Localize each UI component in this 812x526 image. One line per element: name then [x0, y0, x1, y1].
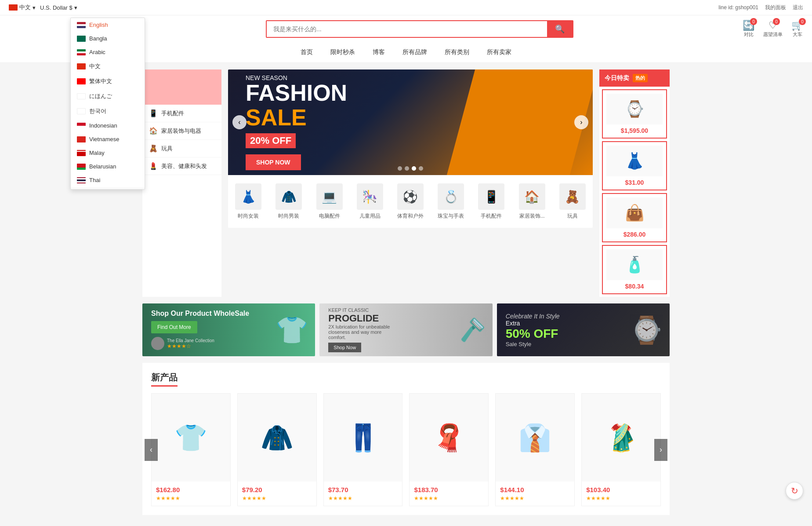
lang-option-japanese[interactable]: にほんご: [71, 89, 145, 104]
banner-off: 20% OFF: [246, 133, 296, 148]
mobile-icon: 📱: [149, 109, 158, 117]
products-prev-button[interactable]: ‹: [145, 439, 158, 461]
sidebar-item-beauty[interactable]: 💄 美容、健康和头发: [142, 157, 221, 175]
category-men-fashion[interactable]: 🧥 时尚男装: [271, 180, 306, 223]
kids-icon: 🎠: [357, 183, 383, 210]
nav-flash-sale[interactable]: 限时秒杀: [330, 47, 355, 58]
product-card-3[interactable]: 🧣 $183.70 ★★★★★: [409, 393, 489, 506]
lang-option-thai[interactable]: Thai: [71, 173, 145, 187]
home-decor-label: 家居装饰...: [519, 212, 545, 220]
cart-badge: 0: [799, 18, 806, 25]
lang-option-english[interactable]: English: [71, 18, 145, 32]
nav-all-sellers[interactable]: 所有卖家: [487, 47, 511, 58]
lang-label-trad-chinese: 繁体中文: [89, 77, 112, 85]
promo-proglide-title2: PROGLIDE: [328, 313, 399, 324]
product-card-2[interactable]: 👖 $73.70 ★★★★★: [323, 393, 403, 506]
deal-item-3[interactable]: 🧴 $80.34: [602, 245, 667, 294]
toys-icon: 🧸: [149, 144, 158, 153]
category-sports[interactable]: ⚽ 体育和户外: [393, 180, 428, 223]
banner-dot-1[interactable]: [398, 166, 402, 171]
nav-all-brands[interactable]: 所有品牌: [402, 47, 427, 58]
category-toys[interactable]: 🧸 玩具: [555, 180, 590, 223]
proglide-image: 🪒: [459, 317, 486, 343]
promo-celebrate-sub: Sale Style: [506, 341, 560, 347]
float-button[interactable]: ↻: [786, 482, 803, 500]
deal-price-1: $31.00: [625, 179, 644, 186]
proglide-shop-now-button[interactable]: Shop Now: [328, 343, 361, 352]
sidebar-item-toys[interactable]: 🧸 玩具: [142, 140, 221, 157]
product-img-2: 👖: [324, 394, 402, 482]
promo-banner-proglide[interactable]: KEEP IT CLASSIC PROGLIDE 2X lubrication …: [319, 303, 492, 356]
lang-option-indonesian[interactable]: Indonesian: [71, 119, 145, 132]
promo-banner-celebrate[interactable]: Celebrate It In Style Extra 50% OFF Sale…: [497, 303, 670, 356]
promo-section: Shop Our Product WholeSale Find Out More…: [142, 303, 670, 356]
banner-prev-button[interactable]: ‹: [232, 115, 246, 129]
deal-item-2[interactable]: 👜 $286.00: [602, 193, 667, 242]
banner-dot-2[interactable]: [405, 166, 409, 171]
promo-banner-wholesale[interactable]: Shop Our Product WholeSale Find Out More…: [142, 303, 315, 356]
banner-shape1: [446, 69, 593, 175]
category-jewelry[interactable]: 💍 珠宝与手表: [433, 180, 468, 223]
compare-label: 对比: [744, 31, 754, 38]
banner-dot-4[interactable]: [419, 166, 423, 171]
lang-label-arabic: Arabic: [89, 49, 105, 55]
lang-option-chinese[interactable]: 中文: [71, 59, 145, 74]
product-card-0[interactable]: 👕 $162.80 ★★★★★: [151, 393, 231, 506]
category-kids[interactable]: 🎠 儿童用品: [352, 180, 388, 223]
products-next-button[interactable]: ›: [654, 439, 667, 461]
product-card-4[interactable]: 👔 $144.10 ★★★★★: [495, 393, 575, 506]
sidebar-item-mobile[interactable]: 📱 手机配件: [142, 105, 221, 122]
category-women-fashion[interactable]: 👗 时尚女装: [231, 180, 266, 223]
promo-wholesale-sub: The Ella Jane Collection: [167, 338, 214, 343]
banner-text: NEW SEASON FASHION SALE 20% OFF SHOP NOW: [246, 74, 347, 170]
lang-option-korean[interactable]: 한국어: [71, 104, 145, 119]
cart-icon-button[interactable]: 🛒 0 大车: [791, 20, 803, 38]
my-panel-link[interactable]: 我的面板: [765, 4, 786, 11]
sidebar-label-home: 家居装饰与电器: [161, 127, 201, 135]
deal-item-0[interactable]: ⌚ $1,595.00: [602, 89, 667, 139]
toys-cat-icon: 🧸: [559, 183, 586, 210]
compare-icon-button[interactable]: 🔄 0 对比: [743, 20, 754, 38]
logout-link[interactable]: 退出: [793, 4, 803, 11]
deal-img-2: 👜: [606, 197, 663, 228]
promo-wholesale-stars: ★★★★☆: [167, 343, 214, 349]
center-area: NEW SEASON FASHION SALE 20% OFF SHOP NOW…: [228, 69, 593, 297]
product-card-5[interactable]: 🥻 $103.40 ★★★★★: [581, 393, 661, 506]
lang-option-arabic[interactable]: Arabic: [71, 45, 145, 59]
category-mobile[interactable]: 📱 手机配件: [474, 180, 509, 223]
nav-blog[interactable]: 博客: [373, 47, 385, 58]
search-button[interactable]: 🔍: [547, 21, 573, 37]
promo-wholesale-content: Shop Our Product WholeSale Find Out More…: [151, 310, 249, 350]
sidebar-item-home[interactable]: 🏠 家居装饰与电器: [142, 122, 221, 140]
header-icons: 🔄 0 对比 ♡ 0 愿望清单 🛒 0 大车: [743, 20, 803, 38]
language-selector[interactable]: 中文 ▾: [9, 4, 36, 11]
lang-option-traditional-chinese[interactable]: 繁体中文: [71, 74, 145, 89]
deal-item-1[interactable]: 👗 $31.00: [602, 141, 667, 190]
lang-label-japanese: にほんご: [89, 92, 112, 100]
lang-option-bangla[interactable]: Bangla: [71, 32, 145, 45]
lang-option-malay[interactable]: Malay: [71, 146, 145, 160]
category-computer[interactable]: 💻 电脑配件: [312, 180, 347, 223]
toys-cat-label: 玩具: [567, 212, 578, 220]
product-img-4: 👔: [496, 394, 574, 482]
wishlist-icon-button[interactable]: ♡ 0 愿望清单: [763, 20, 783, 38]
category-home-decor[interactable]: 🏠 家居装饰...: [515, 180, 550, 223]
lang-option-vietnamese[interactable]: Vietnamese: [71, 132, 145, 146]
sidebar-label-toys: 玩具: [161, 145, 173, 153]
lang-option-belarusian[interactable]: Belarusian: [71, 160, 145, 173]
compare-badge: 0: [750, 18, 757, 25]
shop-now-button[interactable]: SHOP NOW: [246, 154, 301, 170]
nav-all-categories[interactable]: 所有类别: [445, 47, 469, 58]
banner-next-button[interactable]: ›: [574, 115, 588, 129]
banner-dot-3[interactable]: [412, 166, 416, 171]
nav-home[interactable]: 首页: [301, 47, 313, 58]
lang-dropdown-arrow: ▾: [33, 4, 36, 11]
computer-label: 电脑配件: [319, 212, 340, 220]
find-out-more-button[interactable]: Find Out More: [151, 321, 197, 333]
search-input[interactable]: [267, 21, 547, 37]
product-stars-2: ★★★★★: [328, 495, 398, 501]
banner-wrapper: NEW SEASON FASHION SALE 20% OFF SHOP NOW…: [228, 69, 593, 228]
lang-label-english: English: [89, 22, 108, 28]
currency-selector[interactable]: U.S. Dollar $ ▾: [40, 4, 77, 11]
product-card-1[interactable]: 🧥 $79.20 ★★★★★: [237, 393, 317, 506]
